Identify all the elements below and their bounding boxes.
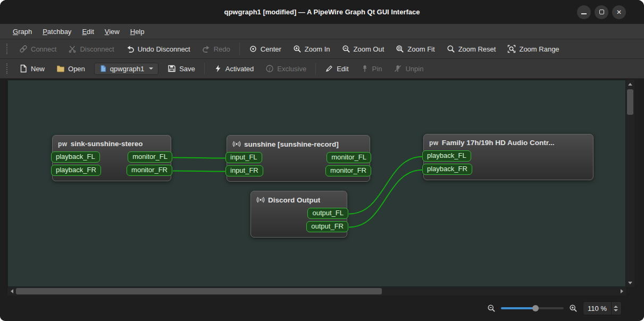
node-port[interactable]: monitor_FL <box>128 151 172 163</box>
statusbar: 110 % <box>0 295 644 321</box>
unpin-button[interactable]: Unpin <box>388 62 429 75</box>
node-sunshine[interactable]: sunshine [sunshine-record] input_FL inpu… <box>227 135 370 182</box>
toolbar-separator <box>239 43 240 55</box>
scroll-right-button[interactable] <box>617 287 626 295</box>
save-icon <box>168 64 176 73</box>
svg-text:f: f <box>269 66 271 71</box>
center-button[interactable]: Center <box>244 43 287 55</box>
node-title: Discord Output <box>268 196 320 204</box>
pipewire-icon: pw <box>429 139 439 147</box>
zoom-slider-fill <box>501 307 536 309</box>
zoom-fit-label: Zoom Fit <box>407 45 434 53</box>
zoom-slider[interactable] <box>501 304 564 312</box>
exclusive-label: Exclusive <box>277 65 306 73</box>
zoom-range-button[interactable]: Zoom Range <box>502 43 564 55</box>
menu-edit[interactable]: Edit <box>77 24 99 39</box>
menu-view[interactable]: View <box>99 24 125 39</box>
zoom-value[interactable]: 110 % <box>583 305 611 312</box>
node-port[interactable]: output_FR <box>306 221 348 232</box>
maximize-icon <box>599 10 604 14</box>
zoom-in-button[interactable]: Zoom In <box>288 43 336 55</box>
zoom-range-label: Zoom Range <box>519 45 559 53</box>
patchbay-select-dropdown[interactable]: qpwgraph1 <box>94 63 158 75</box>
patchbay-file-icon <box>99 65 107 72</box>
spin-down-button[interactable] <box>614 309 618 311</box>
arrow-left-icon <box>11 289 13 293</box>
node-port[interactable]: input_FR <box>225 165 263 176</box>
undo-disconnect-button[interactable]: Undo Disconnect <box>121 43 196 55</box>
center-label: Center <box>261 45 281 53</box>
speaker-icon <box>256 196 265 204</box>
node-port[interactable]: input_FL <box>225 152 262 163</box>
vertical-scrollbar[interactable] <box>626 80 634 287</box>
horizontal-scrollbar-thumb[interactable] <box>16 288 382 294</box>
maximize-button[interactable] <box>595 5 608 19</box>
save-button[interactable]: Save <box>162 62 200 75</box>
node-header: sunshine [sunshine-record] <box>227 136 370 150</box>
scroll-down-button[interactable] <box>626 278 634 287</box>
node-port[interactable]: playback_FR <box>422 164 472 175</box>
zoom-in-label: Zoom In <box>305 45 330 53</box>
menu-help[interactable]: Help <box>125 24 150 39</box>
zoom-out-button[interactable]: Zoom Out <box>337 43 390 55</box>
graph-toolbar: Connect Disconnect Undo Disconnect Redo … <box>0 39 644 59</box>
redo-button[interactable]: Redo <box>197 43 236 55</box>
node-discord-output[interactable]: Discord Output output_FL output_FR <box>250 191 347 238</box>
activated-label: Activated <box>225 65 254 73</box>
menu-edit-label: Edit <box>82 28 94 36</box>
patchbay-select-value: qpwgraph1 <box>110 65 144 73</box>
disconnect-button[interactable]: Disconnect <box>63 43 119 55</box>
close-button[interactable]: ✕ <box>612 5 626 19</box>
node-port[interactable]: output_FL <box>307 208 348 219</box>
scrollbar-corner <box>626 287 634 295</box>
speaker-icon <box>232 140 241 148</box>
node-port[interactable]: monitor_FR <box>325 165 371 176</box>
new-button[interactable]: New <box>14 62 50 75</box>
app-window: qpwgraph1 [modified] — A PipeWire Graph … <box>0 0 644 321</box>
pin-button[interactable]: Pin <box>355 62 388 75</box>
scroll-left-button[interactable] <box>7 287 16 295</box>
toolbar-drag-handle[interactable] <box>6 44 7 54</box>
window-controls: ✕ <box>577 0 626 24</box>
edit-button[interactable]: Edit <box>320 62 354 75</box>
open-button[interactable]: Open <box>51 62 90 75</box>
node-port[interactable]: playback_FL <box>422 150 471 162</box>
redo-label: Redo <box>214 45 230 53</box>
new-file-icon <box>19 64 28 73</box>
menu-graph[interactable]: Graph <box>7 24 37 39</box>
vertical-scrollbar-thumb[interactable] <box>627 89 633 115</box>
node-family-hd-audio[interactable]: pw Family 17h/19h HD Audio Contr... play… <box>423 134 593 180</box>
undo-icon <box>126 45 135 53</box>
window-title: qpwgraph1 [modified] — A PipeWire Graph … <box>224 8 420 16</box>
zoom-fit-button[interactable]: Zoom Fit <box>390 43 440 55</box>
exclusive-button[interactable]: f Exclusive <box>260 62 312 75</box>
zoom-spin-arrows <box>611 302 621 315</box>
scroll-up-button[interactable] <box>626 80 634 88</box>
node-title: Family 17h/19h HD Audio Contr... <box>442 139 555 147</box>
menu-patchbay[interactable]: Patchbay <box>37 24 77 39</box>
redo-icon <box>202 45 211 53</box>
spin-up-button[interactable] <box>614 306 618 308</box>
node-port[interactable]: monitor_FL <box>327 152 371 163</box>
open-folder-icon <box>56 64 65 73</box>
node-sink-sunshine-stereo[interactable]: pw sink-sunshine-stereo playback_FL play… <box>52 135 171 181</box>
zoom-in-small-icon <box>569 304 578 312</box>
minimize-icon <box>581 13 587 14</box>
activated-button[interactable]: Activated <box>208 62 259 75</box>
minimize-button[interactable] <box>577 5 591 19</box>
node-port[interactable]: playback_FR <box>51 165 101 176</box>
zoom-slider-handle[interactable] <box>532 305 539 311</box>
node-header: pw Family 17h/19h HD Audio Contr... <box>424 134 593 149</box>
node-port[interactable]: monitor_FR <box>127 165 172 176</box>
node-port[interactable]: playback_FL <box>51 151 100 163</box>
menu-view-label: View <box>105 28 120 36</box>
toolbar-drag-handle[interactable] <box>6 63 7 74</box>
zoom-spinbox[interactable]: 110 % <box>583 301 622 315</box>
node-header: pw sink-sunshine-stereo <box>53 136 171 150</box>
zoom-reset-icon <box>447 45 455 53</box>
zoom-out-icon <box>342 45 350 53</box>
connect-button[interactable]: Connect <box>14 43 62 55</box>
horizontal-scrollbar[interactable] <box>7 287 626 295</box>
graph-canvas[interactable]: pw sink-sunshine-stereo playback_FL play… <box>7 80 626 287</box>
zoom-reset-button[interactable]: Zoom Reset <box>441 43 501 55</box>
